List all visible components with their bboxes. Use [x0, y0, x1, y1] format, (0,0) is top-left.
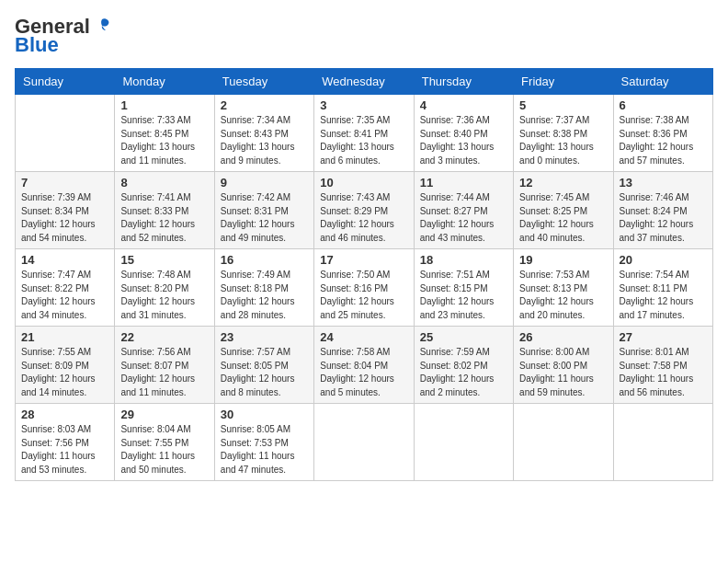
- day-number: 3: [320, 98, 407, 112]
- logo: General Blue: [15, 15, 112, 57]
- weekday-header: Saturday: [613, 69, 712, 95]
- weekday-header: Monday: [115, 69, 214, 95]
- calendar-cell: 11Sunrise: 7:44 AM Sunset: 8:27 PM Dayli…: [414, 172, 513, 249]
- calendar-table: SundayMondayTuesdayWednesdayThursdayFrid…: [15, 68, 713, 481]
- calendar-cell: 16Sunrise: 7:49 AM Sunset: 8:18 PM Dayli…: [214, 249, 313, 327]
- calendar-cell: 24Sunrise: 7:58 AM Sunset: 8:04 PM Dayli…: [314, 327, 414, 404]
- calendar-cell: 30Sunrise: 8:05 AM Sunset: 7:53 PM Dayli…: [214, 404, 313, 481]
- calendar-cell: 10Sunrise: 7:43 AM Sunset: 8:29 PM Dayli…: [314, 172, 414, 249]
- calendar-cell: 26Sunrise: 8:00 AM Sunset: 8:00 PM Dayli…: [514, 327, 613, 404]
- calendar-cell: 3Sunrise: 7:35 AM Sunset: 8:41 PM Daylig…: [314, 95, 414, 172]
- day-number: 17: [320, 253, 407, 267]
- day-number: 7: [21, 176, 108, 190]
- weekday-header: Tuesday: [214, 69, 313, 95]
- day-number: 8: [120, 176, 208, 190]
- calendar-cell: 4Sunrise: 7:36 AM Sunset: 8:40 PM Daylig…: [414, 95, 513, 172]
- day-info: Sunrise: 8:03 AM Sunset: 7:56 PM Dayligh…: [21, 423, 108, 477]
- calendar-week-row: 1Sunrise: 7:33 AM Sunset: 8:45 PM Daylig…: [16, 95, 713, 172]
- day-number: 25: [420, 330, 507, 344]
- day-info: Sunrise: 7:44 AM Sunset: 8:27 PM Dayligh…: [420, 191, 507, 245]
- day-number: 9: [221, 176, 308, 190]
- day-info: Sunrise: 7:43 AM Sunset: 8:29 PM Dayligh…: [320, 191, 407, 245]
- day-info: Sunrise: 7:53 AM Sunset: 8:13 PM Dayligh…: [519, 269, 607, 322]
- weekday-header: Wednesday: [314, 69, 414, 95]
- day-info: Sunrise: 8:01 AM Sunset: 7:58 PM Dayligh…: [620, 346, 707, 399]
- day-number: 22: [120, 330, 208, 344]
- day-number: 29: [120, 408, 208, 421]
- calendar-cell: 27Sunrise: 8:01 AM Sunset: 7:58 PM Dayli…: [613, 327, 712, 404]
- day-info: Sunrise: 7:45 AM Sunset: 8:25 PM Dayligh…: [519, 191, 607, 245]
- calendar-cell: 13Sunrise: 7:46 AM Sunset: 8:24 PM Dayli…: [613, 172, 712, 249]
- calendar-header-row: SundayMondayTuesdayWednesdayThursdayFrid…: [16, 69, 713, 95]
- calendar-cell: [414, 404, 513, 481]
- calendar-week-row: 28Sunrise: 8:03 AM Sunset: 7:56 PM Dayli…: [16, 404, 713, 481]
- day-info: Sunrise: 7:49 AM Sunset: 8:18 PM Dayligh…: [221, 269, 308, 322]
- calendar-week-row: 21Sunrise: 7:55 AM Sunset: 8:09 PM Dayli…: [16, 327, 713, 404]
- day-number: 19: [519, 253, 607, 267]
- weekday-header: Sunday: [16, 69, 115, 95]
- day-info: Sunrise: 7:47 AM Sunset: 8:22 PM Dayligh…: [21, 269, 108, 322]
- day-number: 14: [21, 253, 108, 267]
- calendar-cell: 25Sunrise: 7:59 AM Sunset: 8:02 PM Dayli…: [414, 327, 513, 404]
- calendar-week-row: 7Sunrise: 7:39 AM Sunset: 8:34 PM Daylig…: [16, 172, 713, 249]
- day-number: 11: [420, 176, 507, 190]
- calendar-cell: [16, 95, 115, 172]
- day-number: 4: [420, 98, 507, 112]
- day-info: Sunrise: 7:58 AM Sunset: 8:04 PM Dayligh…: [320, 346, 407, 399]
- day-number: 5: [519, 98, 607, 112]
- calendar-cell: 6Sunrise: 7:38 AM Sunset: 8:36 PM Daylig…: [613, 95, 712, 172]
- calendar-cell: 9Sunrise: 7:42 AM Sunset: 8:31 PM Daylig…: [214, 172, 313, 249]
- day-number: 20: [620, 253, 707, 267]
- calendar-cell: [613, 404, 712, 481]
- day-info: Sunrise: 7:33 AM Sunset: 8:45 PM Dayligh…: [120, 114, 208, 167]
- calendar-cell: 21Sunrise: 7:55 AM Sunset: 8:09 PM Dayli…: [16, 327, 115, 404]
- calendar-cell: 19Sunrise: 7:53 AM Sunset: 8:13 PM Dayli…: [514, 249, 613, 327]
- day-number: 6: [620, 98, 707, 112]
- calendar-cell: [514, 404, 613, 481]
- day-info: Sunrise: 7:48 AM Sunset: 8:20 PM Dayligh…: [120, 269, 208, 322]
- day-info: Sunrise: 7:35 AM Sunset: 8:41 PM Dayligh…: [320, 114, 407, 167]
- day-number: 15: [120, 253, 208, 267]
- day-info: Sunrise: 7:57 AM Sunset: 8:05 PM Dayligh…: [221, 346, 308, 399]
- day-info: Sunrise: 8:05 AM Sunset: 7:53 PM Dayligh…: [221, 423, 308, 477]
- day-number: 27: [620, 330, 707, 344]
- day-info: Sunrise: 7:54 AM Sunset: 8:11 PM Dayligh…: [620, 269, 707, 322]
- calendar-cell: 2Sunrise: 7:34 AM Sunset: 8:43 PM Daylig…: [214, 95, 313, 172]
- day-number: 2: [221, 98, 308, 112]
- calendar-cell: 8Sunrise: 7:41 AM Sunset: 8:33 PM Daylig…: [115, 172, 214, 249]
- calendar-cell: 22Sunrise: 7:56 AM Sunset: 8:07 PM Dayli…: [115, 327, 214, 404]
- day-info: Sunrise: 7:38 AM Sunset: 8:36 PM Dayligh…: [620, 114, 707, 167]
- calendar-cell: 14Sunrise: 7:47 AM Sunset: 8:22 PM Dayli…: [16, 249, 115, 327]
- calendar-cell: 1Sunrise: 7:33 AM Sunset: 8:45 PM Daylig…: [115, 95, 214, 172]
- day-number: 18: [420, 253, 507, 267]
- calendar-cell: 7Sunrise: 7:39 AM Sunset: 8:34 PM Daylig…: [16, 172, 115, 249]
- day-info: Sunrise: 7:36 AM Sunset: 8:40 PM Dayligh…: [420, 114, 507, 167]
- logo-bird-icon: [92, 16, 112, 36]
- day-info: Sunrise: 8:04 AM Sunset: 7:55 PM Dayligh…: [120, 423, 208, 477]
- day-number: 30: [221, 408, 308, 421]
- day-number: 24: [320, 330, 407, 344]
- day-info: Sunrise: 7:51 AM Sunset: 8:15 PM Dayligh…: [420, 269, 507, 322]
- day-info: Sunrise: 7:39 AM Sunset: 8:34 PM Dayligh…: [21, 191, 108, 245]
- calendar-cell: 15Sunrise: 7:48 AM Sunset: 8:20 PM Dayli…: [115, 249, 214, 327]
- logo-blue: Blue: [15, 33, 59, 57]
- calendar-cell: 5Sunrise: 7:37 AM Sunset: 8:38 PM Daylig…: [514, 95, 613, 172]
- calendar-cell: 20Sunrise: 7:54 AM Sunset: 8:11 PM Dayli…: [613, 249, 712, 327]
- calendar-cell: 28Sunrise: 8:03 AM Sunset: 7:56 PM Dayli…: [16, 404, 115, 481]
- day-info: Sunrise: 7:56 AM Sunset: 8:07 PM Dayligh…: [120, 346, 208, 399]
- day-info: Sunrise: 7:41 AM Sunset: 8:33 PM Dayligh…: [120, 191, 208, 245]
- day-info: Sunrise: 7:46 AM Sunset: 8:24 PM Dayligh…: [620, 191, 707, 245]
- calendar-body: 1Sunrise: 7:33 AM Sunset: 8:45 PM Daylig…: [16, 95, 713, 481]
- weekday-header: Thursday: [414, 69, 513, 95]
- calendar-cell: [314, 404, 414, 481]
- day-number: 26: [519, 330, 607, 344]
- day-number: 23: [221, 330, 308, 344]
- day-info: Sunrise: 8:00 AM Sunset: 8:00 PM Dayligh…: [519, 346, 607, 399]
- calendar-cell: 23Sunrise: 7:57 AM Sunset: 8:05 PM Dayli…: [214, 327, 313, 404]
- day-number: 28: [21, 408, 108, 421]
- day-info: Sunrise: 7:34 AM Sunset: 8:43 PM Dayligh…: [221, 114, 308, 167]
- calendar-week-row: 14Sunrise: 7:47 AM Sunset: 8:22 PM Dayli…: [16, 249, 713, 327]
- calendar-cell: 17Sunrise: 7:50 AM Sunset: 8:16 PM Dayli…: [314, 249, 414, 327]
- day-number: 1: [120, 98, 208, 112]
- day-info: Sunrise: 7:59 AM Sunset: 8:02 PM Dayligh…: [420, 346, 507, 399]
